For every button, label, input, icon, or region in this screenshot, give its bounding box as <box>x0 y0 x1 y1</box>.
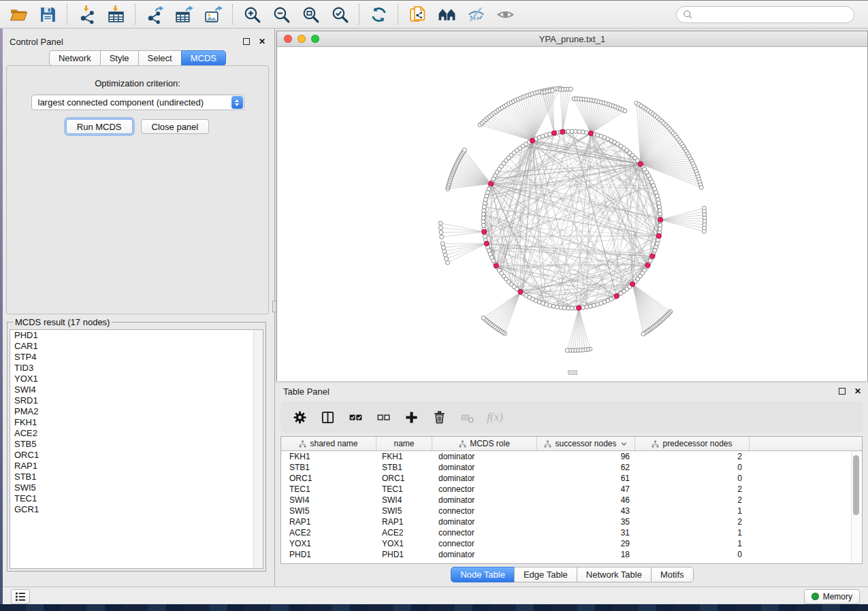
function-builder-label: f(x) <box>487 410 503 424</box>
tab-select[interactable]: Select <box>138 50 182 66</box>
deselect-all-rows-button[interactable] <box>375 409 391 425</box>
cell-name: TEC1 <box>376 484 432 495</box>
memory-button[interactable]: Memory <box>804 589 860 604</box>
cell-shared-name: PHD1 <box>281 549 376 560</box>
cell-name: RAP1 <box>376 516 432 527</box>
table-row[interactable]: PHD1PHD1dominator180 <box>281 549 862 560</box>
tab-mcds[interactable]: MCDS <box>181 50 226 66</box>
mcds-node-item: SWI4 <box>10 384 263 395</box>
network-canvas-svg[interactable] <box>277 47 867 381</box>
table-row[interactable]: SWI4SWI4dominator462 <box>281 495 862 506</box>
tab-edge-table[interactable]: Edge Table <box>514 567 577 582</box>
zoom-selected-button[interactable] <box>325 2 355 27</box>
scrollbar-thumb[interactable] <box>853 455 859 515</box>
show-all-button[interactable] <box>491 2 520 27</box>
network-canvas[interactable] <box>277 47 867 381</box>
show-all-icon <box>496 5 515 24</box>
tab-motifs[interactable]: Motifs <box>651 567 694 582</box>
toggle-columns-button[interactable] <box>319 409 336 425</box>
close-panel-button[interactable]: Close panel <box>141 119 210 134</box>
toolbar-separator <box>232 4 234 24</box>
control-panel-tabs: NetworkStyleSelectMCDS <box>3 50 272 66</box>
mcds-node-item: CAR1 <box>10 341 263 352</box>
cell-name: SWI4 <box>376 495 432 506</box>
import-network-button[interactable] <box>72 2 101 27</box>
hide-selected-button[interactable] <box>462 2 491 27</box>
delete-columns-button[interactable] <box>431 409 447 425</box>
column-header-successor-nodes[interactable]: successor nodes <box>537 437 635 450</box>
delete-table-icon <box>460 410 475 425</box>
run-mcds-button[interactable]: Run MCDS <box>66 119 133 134</box>
table-row[interactable]: YOX1YOX1connector291 <box>281 538 862 549</box>
open-file-button[interactable] <box>4 2 33 27</box>
cell-name: FKH1 <box>376 451 432 462</box>
column-header-predecessor-nodes[interactable]: predecessor nodes <box>635 437 750 450</box>
select-all-rows-button[interactable] <box>347 409 364 425</box>
zoom-fit-button[interactable] <box>296 2 325 27</box>
first-neighbors-button[interactable] <box>432 2 462 27</box>
float-table-panel-icon[interactable] <box>839 388 846 395</box>
criterion-selected-value: largest connected component (undirected) <box>38 97 231 108</box>
table-row[interactable]: SWI5SWI5connector431 <box>281 506 862 516</box>
node-table: shared namenameMCDS rolesuccessor nodesp… <box>280 436 863 564</box>
split-handle[interactable] <box>568 370 577 375</box>
cell-predecessor-nodes: 0 <box>635 473 750 484</box>
zoom-in-button[interactable] <box>238 2 267 27</box>
column-header-shared-name[interactable]: shared name <box>281 437 376 450</box>
cell-predecessor-nodes: 2 <box>635 495 750 506</box>
show-panels-button[interactable] <box>11 589 30 604</box>
table-row[interactable]: FKH1FKH1dominator962 <box>281 451 862 462</box>
export-network-button[interactable] <box>140 2 170 27</box>
cell-shared-name: YOX1 <box>281 538 376 549</box>
tab-network-table[interactable]: Network Table <box>577 567 652 582</box>
delete-table-button <box>459 409 475 425</box>
network-window: YPA_prune.txt_1 <box>276 31 868 381</box>
control-panel: Control Panel ✕ NetworkStyleSelectMCDS O… <box>3 29 272 587</box>
criterion-select[interactable]: largest connected component (undirected) <box>31 95 244 110</box>
select-all-rows-icon <box>349 410 363 425</box>
column-header-mcds-role[interactable]: MCDS role <box>432 437 537 450</box>
cell-mcds-role: connector <box>432 506 537 516</box>
float-panel-icon[interactable] <box>243 38 250 45</box>
table-row[interactable]: STB1STB1dominator620 <box>281 462 862 473</box>
table-row[interactable]: ORC1ORC1dominator610 <box>281 473 862 484</box>
table-row[interactable]: TEC1TEC1connector472 <box>281 484 862 495</box>
mcds-node-item: YOX1 <box>10 374 263 384</box>
cell-shared-name: SWI4 <box>281 495 376 506</box>
duplicate-network-button[interactable] <box>403 2 432 27</box>
export-table-button[interactable] <box>170 2 199 27</box>
save-session-button[interactable] <box>33 2 63 27</box>
zoom-out-button[interactable] <box>267 2 296 27</box>
hide-selected-icon <box>467 5 485 24</box>
close-table-panel-icon[interactable]: ✕ <box>854 388 861 395</box>
column-header-filler <box>750 437 862 450</box>
table-header-row: shared namenameMCDS rolesuccessor nodesp… <box>281 437 862 451</box>
cell-shared-name: STB1 <box>281 462 376 473</box>
cell-predecessor-nodes: 2 <box>635 484 750 495</box>
table-scrollbar[interactable] <box>851 451 861 562</box>
table-row[interactable]: ACE2ACE2connector311 <box>281 527 862 538</box>
deselect-all-rows-icon <box>376 410 391 425</box>
mcds-result-list[interactable]: PHD1CAR1STP4TID3YOX1SWI4SRD1PMA2FKH1ACE2… <box>10 329 263 569</box>
app-body: Control Panel ✕ NetworkStyleSelectMCDS O… <box>3 29 868 606</box>
add-column-button[interactable] <box>403 409 419 425</box>
duplicate-network-icon <box>408 5 427 24</box>
import-table-button[interactable] <box>101 2 131 27</box>
cell-shared-name: RAP1 <box>281 516 376 527</box>
cell-mcds-role: dominator <box>432 549 537 560</box>
table-settings-button[interactable] <box>291 409 308 425</box>
tab-node-table[interactable]: Node Table <box>451 567 515 582</box>
apply-preferred-layout-button[interactable] <box>364 2 393 27</box>
search-input[interactable] <box>697 9 854 20</box>
tab-network[interactable]: Network <box>49 50 101 66</box>
network-window-title: YPA_prune.txt_1 <box>277 34 867 44</box>
table-row[interactable]: RAP1RAP1dominator352 <box>281 516 862 527</box>
close-panel-icon[interactable]: ✕ <box>259 38 266 45</box>
export-image-button[interactable] <box>199 2 228 27</box>
column-header-name[interactable]: name <box>376 437 432 450</box>
tab-style[interactable]: Style <box>100 50 139 66</box>
mcds-list-scrollbar[interactable] <box>253 330 263 568</box>
column-label: MCDS role <box>470 439 510 448</box>
sitemap-icon <box>299 440 306 448</box>
network-titlebar[interactable]: YPA_prune.txt_1 <box>277 31 867 47</box>
